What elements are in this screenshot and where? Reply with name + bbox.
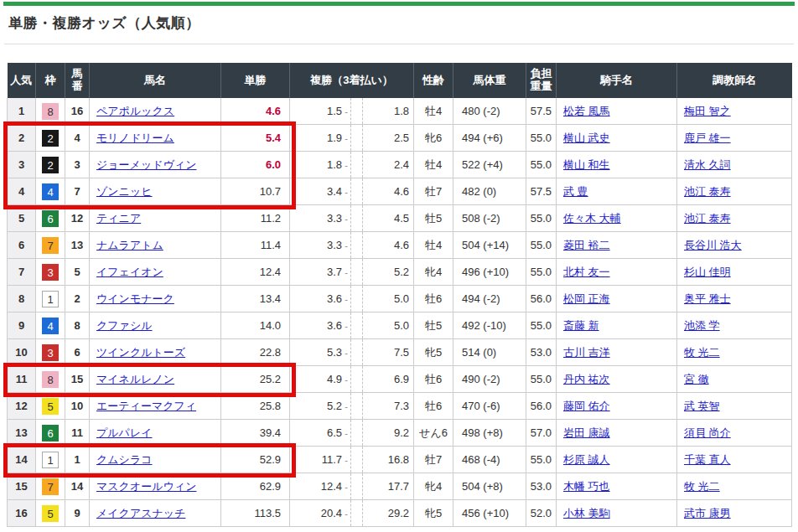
jockey-link[interactable]: 武 豊 [563, 185, 588, 198]
trainer-link[interactable]: 武 英智 [684, 400, 720, 412]
horse-weight-cell: 504 (+8) [453, 473, 526, 500]
table-row: 1036ツインクルトーズ22.85.3-7.5牝5514 (0)53.0古川 吉… [8, 339, 792, 366]
trainer-link[interactable]: 池江 泰寿 [684, 212, 731, 225]
place-odds-high: 9.2 [362, 420, 413, 446]
horse-name-cell: ウインモナーク [90, 286, 221, 312]
horse-name-link[interactable]: エーティーマクフィ [96, 400, 196, 412]
trainer-cell: 牧 光二 [677, 339, 792, 366]
column-header-rank: 人気 [8, 63, 36, 98]
jockey-link[interactable]: 岩田 康誠 [563, 426, 610, 439]
jockey-link[interactable]: 小林 美駒 [563, 507, 610, 519]
win-odds-value: 113.5 [254, 507, 281, 519]
place-odds-separator [350, 339, 362, 365]
place-odds-low: 4.9 [290, 373, 342, 385]
trainer-link[interactable]: 須貝 尚介 [684, 426, 731, 439]
frame-badge: 5 [42, 505, 59, 522]
carried-weight-cell: 55.0 [526, 366, 557, 393]
frame-badge: 3 [42, 264, 59, 281]
trainer-link[interactable]: 宮 徹 [684, 373, 709, 385]
horse-name-link[interactable]: イフェイオン [96, 266, 163, 278]
place-odds-separator [350, 393, 362, 419]
jockey-link[interactable]: 杉原 誠人 [563, 453, 610, 466]
win-odds-cell: 12.4 [221, 259, 290, 286]
place-odds-high: 6.9 [362, 366, 413, 392]
horse-name-cell: ゾンニッヒ [90, 178, 221, 205]
place-odds-cell: 20.4-29.2 [290, 500, 414, 527]
place-odds-separator [350, 473, 362, 499]
frame-badge: 8 [42, 371, 59, 388]
horse-name-link[interactable]: クムシラコ [96, 453, 153, 466]
trainer-link[interactable]: 梅田 智之 [684, 105, 731, 117]
jockey-link[interactable]: 丹内 祐次 [563, 373, 610, 385]
jockey-link[interactable]: 藤岡 佑介 [563, 400, 610, 412]
win-odds-cell: 52.9 [221, 447, 290, 473]
place-odds-dash: - [342, 428, 350, 438]
win-odds-cell: 113.5 [221, 500, 290, 527]
trainer-link[interactable]: 池添 学 [684, 319, 720, 332]
jockey-link[interactable]: 菱田 裕二 [563, 239, 610, 251]
jockey-link[interactable]: 佐々木 大輔 [563, 212, 621, 225]
horse-name-link[interactable]: ティニア [96, 212, 141, 225]
trainer-link[interactable]: 奥平 雅士 [684, 292, 731, 305]
place-odds-dash: - [342, 160, 350, 170]
horse-name-link[interactable]: ツインクルトーズ [96, 346, 185, 359]
horse-name-cell: ティニア [90, 205, 221, 232]
horse-name-link[interactable]: ゾンニッヒ [96, 185, 153, 198]
horse-name-link[interactable]: ジョーメッドヴィン [96, 158, 196, 171]
column-header-trainer: 調教師名 [677, 63, 792, 98]
frame-badge: 7 [42, 478, 59, 495]
trainer-link[interactable]: 長谷川 浩大 [684, 239, 742, 251]
jockey-link[interactable]: 木幡 巧也 [563, 480, 610, 493]
place-odds-low: 3.4 [290, 185, 342, 198]
column-header-frame: 枠 [36, 63, 65, 98]
horse-name-link[interactable]: クファシル [96, 319, 153, 332]
jockey-link[interactable]: 斎藤 新 [563, 319, 599, 332]
place-odds-separator [350, 286, 362, 312]
place-odds-separator [350, 205, 362, 231]
horse-name-link[interactable]: モリノドリーム [96, 132, 174, 144]
sex-age-cell: 牡6 [414, 366, 453, 393]
horse-number-cell: 16 [65, 98, 90, 125]
sex-age-cell: 牡5 [414, 205, 453, 232]
place-odds-dash: - [342, 214, 350, 224]
trainer-link[interactable]: 牧 光二 [684, 346, 720, 359]
horse-name-link[interactable]: ウインモナーク [96, 292, 174, 305]
place-odds-dash: - [342, 267, 350, 277]
horse-name-link[interactable]: マスクオールウィン [96, 480, 196, 493]
trainer-link[interactable]: 牧 光二 [684, 480, 720, 493]
trainer-link[interactable]: 清水 久詞 [684, 158, 731, 171]
win-odds-cell: 13.4 [221, 286, 290, 312]
win-odds-value: 25.8 [260, 400, 281, 412]
trainer-link[interactable]: 杉山 佳明 [684, 266, 731, 278]
trainer-cell: 梅田 智之 [677, 98, 792, 125]
table-row: 5612ティニア11.23.3-4.5牡5508 (-2)55.0佐々木 大輔池… [8, 205, 792, 232]
rank-cell: 15 [8, 473, 36, 500]
horse-name-link[interactable]: プルパレイ [96, 426, 153, 439]
sex-age-cell: せん6 [414, 420, 453, 447]
win-odds-value: 12.4 [260, 266, 281, 278]
jockey-link[interactable]: 横山 武史 [563, 132, 610, 144]
horse-name-link[interactable]: ペアポルックス [96, 105, 174, 117]
place-odds-dash: - [342, 374, 350, 385]
sex-age-cell: 牝5 [414, 339, 453, 366]
sex-age-cell: 牡4 [414, 232, 453, 259]
jockey-link[interactable]: 松岡 正海 [563, 292, 610, 305]
frame-badge: 7 [42, 237, 59, 254]
trainer-cell: 池添 学 [677, 312, 792, 339]
trainer-link[interactable]: 池江 泰寿 [684, 185, 731, 198]
horse-name-link[interactable]: メイクアスナッチ [96, 507, 185, 519]
jockey-link[interactable]: 北村 友一 [563, 266, 610, 278]
horse-name-link[interactable]: ナムラアトム [96, 239, 163, 251]
trainer-link[interactable]: 千葉 直人 [684, 453, 731, 466]
jockey-link[interactable]: 横山 和生 [563, 158, 610, 171]
trainer-link[interactable]: 鹿戸 雄一 [684, 132, 731, 144]
trainer-link[interactable]: 武市 康男 [684, 507, 731, 519]
horse-name-link[interactable]: マイネルレノン [96, 373, 174, 385]
jockey-link[interactable]: 松若 風馬 [563, 105, 610, 117]
horse-weight-cell: 490 (-2) [453, 366, 526, 393]
jockey-link[interactable]: 古川 吉洋 [563, 346, 610, 359]
jockey-cell: 横山 和生 [557, 152, 677, 178]
place-odds-cell: 1.9-2.5 [290, 125, 414, 152]
trainer-cell: 牧 光二 [677, 473, 792, 500]
win-odds-value: 4.6 [266, 105, 281, 117]
